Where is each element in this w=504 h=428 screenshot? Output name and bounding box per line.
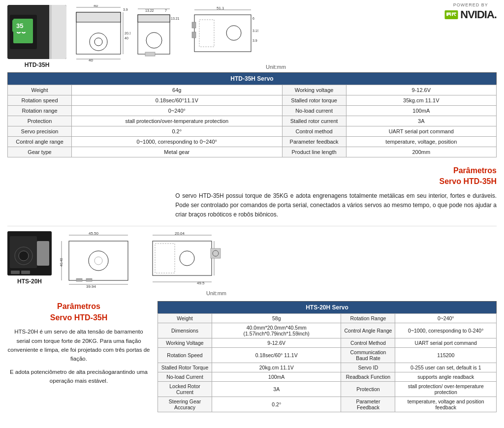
green-label: 35: [12, 20, 27, 32]
svg-text:20.14: 20.14: [125, 31, 130, 35]
row-label2: Servo ID: [341, 363, 395, 372]
top-section: 35 35 HTD-35H: [0, 0, 504, 72]
row-value2: UART serial port command: [395, 338, 497, 348]
svg-point-56: [94, 257, 102, 265]
row-value2: 3A: [346, 116, 496, 126]
row-label2: Stalled rotor torque: [282, 95, 346, 106]
divider-1: [7, 226, 497, 226]
params-hts20h-title: Parâmetros Servo HTD-35H: [7, 301, 150, 323]
hts20h-product-area: HTS-20H: [7, 231, 52, 285]
row-label2: Product line length: [282, 147, 346, 157]
svg-text:40: 40: [89, 58, 93, 62]
svg-text:51.1: 51.1: [217, 6, 224, 10]
row-label: Locked Rotor Current: [158, 382, 212, 397]
table-row: Control angle range 0~1000, correspondin…: [8, 137, 497, 147]
row-value: 0.2°: [212, 397, 341, 412]
hts20h-drawings: 45.50 40.40 39.94 54.38 20.04: [59, 231, 226, 296]
hts20h-side-area: 20.04 12 49.5 Unit:mm: [148, 231, 226, 296]
svg-point-55: [89, 251, 108, 271]
dimension-drawings: 40 20.14 40 40 3.9: [71, 5, 258, 70]
table-row: Dimensions 40.0mm*20.0mm*40.5mm (1.57inc…: [158, 323, 497, 338]
row-value: 0~240°: [72, 106, 283, 116]
htd35h-table-section: HTD-35H Servo Weight 64g Working voltage…: [0, 72, 504, 161]
row-value: 3A: [212, 382, 341, 397]
row-label: Rotation Speed: [158, 348, 212, 363]
drawing-top-svg: 51.1 6 3.19 3.9: [189, 5, 258, 69]
hts20h-side-svg: 20.04 12 49.5: [148, 231, 226, 290]
svg-text:13.21: 13.21: [171, 17, 180, 20]
row-value: 20kg.cm 11.1V: [212, 363, 341, 372]
hts-product-svg: [7, 231, 52, 275]
row-label2: Protection: [341, 382, 395, 397]
row-label: No-load Current: [158, 372, 212, 382]
row-label2: No-load current: [282, 106, 346, 116]
svg-point-16: [94, 38, 102, 46]
htd35h-description-area: [7, 165, 168, 219]
table-row: Rotation Speed 0.18sec/60° 11.1V Communi…: [158, 348, 497, 363]
row-label2: Stalled rotor current: [282, 116, 346, 126]
drawing-side: 13.22 7 13.21: [135, 5, 185, 70]
svg-rect-60: [76, 278, 82, 281]
row-label2: Parameter Feedback: [341, 397, 395, 412]
svg-rect-21: [138, 15, 170, 22]
row-value2: 200mm: [346, 147, 496, 157]
table-row: Working Voltage 9-12.6V Control Method U…: [158, 338, 497, 348]
row-label2: Parameter feedback: [282, 137, 346, 147]
row-value2: 35kg.cm 11.1V: [346, 95, 496, 106]
row-value2: temperature, voltage, position: [346, 137, 496, 147]
white-connector: [52, 5, 66, 59]
svg-text:54.38: 54.38: [81, 289, 92, 290]
svg-text:3.9: 3.9: [252, 39, 257, 42]
row-label: Control angle range: [8, 137, 72, 147]
table-row: Steering Gear Accuracy 0.2° Parameter Fe…: [158, 397, 497, 412]
svg-rect-41: [452, 13, 453, 16]
row-value2: supports angle readback: [395, 372, 497, 382]
drawing-top: 51.1 6 3.19 3.9: [189, 5, 258, 70]
row-label: Dimensions: [158, 323, 212, 338]
row-value: 58g: [212, 314, 341, 323]
row-value2: 0~1000, corresponding to 0-240°: [395, 323, 497, 338]
params-hts20h-desc2: E adota potenciômetro de alta precisãoga…: [7, 367, 150, 386]
svg-text:40: 40: [94, 5, 98, 8]
table-row: Locked Rotor Current 3A Protection stall…: [158, 382, 497, 397]
row-value2: 100mA: [346, 106, 496, 116]
row-label: Gear type: [8, 147, 72, 157]
nvidia-icon: [444, 10, 458, 19]
htd-unit-label: Unit:mm: [266, 64, 286, 70]
params-title-line2: Servo HTD-35H: [440, 177, 497, 185]
drawing-front-svg: 40 20.14 40 40 3.9: [71, 5, 130, 69]
hts-section: HTS-20H 45.50 40.40 39.94 54.38: [0, 229, 504, 299]
row-label: Working Voltage: [158, 338, 212, 348]
row-value: 0.18sec/60° 11.1V: [212, 348, 341, 363]
row-label: Rotation speed: [8, 95, 72, 106]
row-value: 0.18sec/60°11.1V: [72, 95, 283, 106]
row-value: 0.2°: [72, 126, 283, 137]
row-label: Weight: [158, 314, 212, 323]
row-value2: 0~240°: [395, 314, 497, 323]
row-value: Metal gear: [72, 147, 283, 157]
hts20h-table: HTS-20H Servo Weight 58g Rotation Range …: [158, 301, 497, 412]
svg-rect-50: [69, 241, 128, 280]
svg-text:3.9: 3.9: [123, 8, 128, 11]
row-value2: UART serial port command: [346, 126, 496, 137]
bottom-section: Parâmetros Servo HTD-35H HTS-20H é um se…: [0, 299, 504, 417]
svg-text:45.50: 45.50: [89, 231, 99, 236]
hts20h-unit-label: Unit:mm: [148, 290, 226, 296]
svg-rect-36: [192, 22, 196, 28]
nvidia-badge: POWERED BY NVIDIA.: [444, 2, 497, 21]
svg-text:40.40: 40.40: [60, 258, 63, 267]
row-value: 0~1000, corresponding to 0~240°: [72, 137, 283, 147]
svg-point-30: [226, 26, 241, 40]
table-row: Gear type Metal gear Product line length…: [8, 147, 497, 157]
hts20h-table-title: HTS-20H Servo: [158, 302, 497, 314]
svg-rect-71: [155, 244, 175, 273]
svg-text:13.22: 13.22: [145, 9, 154, 12]
row-label: Steering Gear Accuracy: [158, 397, 212, 412]
params-title-line1: Parâmetros: [453, 166, 497, 175]
row-value2: 115200: [395, 348, 497, 363]
row-label2: Readback Function: [341, 372, 395, 382]
svg-rect-9: [76, 12, 121, 22]
row-label: Weight: [8, 85, 72, 95]
svg-rect-62: [153, 241, 212, 275]
row-label: Rotation range: [8, 106, 72, 116]
